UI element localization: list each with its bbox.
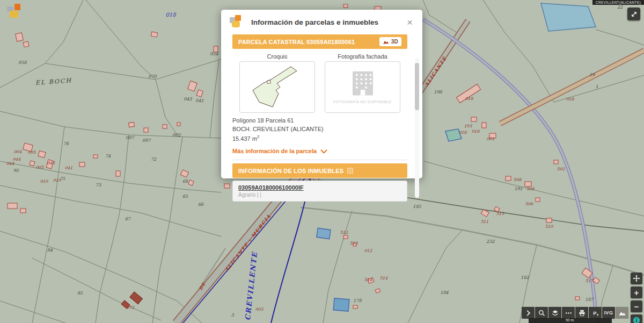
map-label: 018 <box>465 96 473 101</box>
pin-p-icon: P <box>591 309 599 317</box>
modal-scrollbar[interactable] <box>415 58 419 198</box>
modal-body: PARCELA CATASTRAL 03059A01800061 3D Croq… <box>221 34 422 202</box>
map-label: 045 <box>47 161 55 166</box>
search-button[interactable] <box>535 307 548 319</box>
map-label: 010 <box>40 179 48 184</box>
more-info-link[interactable]: Más información de la parcela <box>232 148 407 154</box>
map-label: 058 <box>18 60 26 65</box>
fullscreen-icon <box>630 10 638 18</box>
map-label: 19 <box>589 73 595 77</box>
ivg-button[interactable]: IVG <box>602 307 615 319</box>
map-label: 73 <box>96 183 101 188</box>
pan-button[interactable] <box>631 272 642 284</box>
map-label: 187 <box>585 297 593 302</box>
map-label: 513 <box>350 241 357 246</box>
map-label: 070 <box>148 74 156 79</box>
zoom-in-button[interactable]: + <box>631 286 642 298</box>
layers-button[interactable] <box>548 307 561 319</box>
building-icon <box>352 70 374 97</box>
map-label: 010 <box>53 178 61 183</box>
parcel-detail-line1: Polígono 18 Parcela 61 <box>232 117 407 125</box>
logo-yellow-square <box>10 11 18 18</box>
map-label: 041 <box>195 98 203 103</box>
map-label: 018 <box>459 130 466 135</box>
close-icon[interactable]: × <box>405 16 415 28</box>
map-viewer: 018EL BOCH058070054043041007007002957675… <box>0 0 644 323</box>
catastro-logo <box>6 3 21 19</box>
fullscreen-button[interactable] <box>627 8 640 20</box>
map-label: 514 <box>380 276 387 281</box>
parcel-area: 15.437 m2 <box>232 134 407 143</box>
measure-button[interactable] <box>562 307 575 319</box>
inmueble-card: 03059A018000610000IF Agrario | | <box>232 181 407 202</box>
map-controls: +− <box>631 272 642 323</box>
map-label: 511 <box>481 219 488 224</box>
scrollbar-thumb[interactable] <box>415 63 419 110</box>
map-label: 65 <box>182 194 188 199</box>
modal-header: Información de parcelas e inmuebles × <box>221 10 422 34</box>
map-label: 003 <box>255 307 263 312</box>
scale-label: 50 m. <box>566 319 574 322</box>
no-photo-label: FOTOGRAFÍA NO DISPONIBLE <box>333 100 392 104</box>
document-icon <box>347 168 353 174</box>
region-badge: CREVILLENT(ALICANTE) <box>592 0 644 5</box>
3d-icon <box>383 39 389 45</box>
expand-toolbar-button[interactable] <box>522 307 535 319</box>
layers-icon <box>551 309 559 317</box>
map-label: 018 <box>472 129 479 134</box>
magnifier-icon <box>538 309 546 317</box>
print-button[interactable] <box>575 307 588 319</box>
divider <box>232 160 407 160</box>
map-label: 22 <box>617 5 623 10</box>
mountain-icon <box>618 309 626 317</box>
map-label: 044 <box>6 161 14 166</box>
info-button[interactable] <box>631 314 642 323</box>
inmueble-ref-link[interactable]: 03059A018000610000IF <box>238 184 401 191</box>
zoom-out-button[interactable]: − <box>631 300 642 312</box>
move-icon <box>632 274 641 283</box>
modal-title: Información de parcelas e inmuebles <box>251 18 405 26</box>
map-label: 67 <box>125 217 130 221</box>
map-label: 005 <box>36 165 43 170</box>
ellipsis-icon <box>565 309 573 317</box>
map-label: 185 <box>413 204 421 209</box>
map-toolbar: PIVG <box>522 307 628 319</box>
fachada-label: Fotografía fachada <box>325 53 400 60</box>
parcel-icon-yellow <box>232 21 240 27</box>
map-label: 007 <box>126 135 134 140</box>
view-3d-button[interactable]: 3D <box>379 37 401 46</box>
map-label: 072 <box>127 305 134 310</box>
map-label: 512 <box>340 230 348 235</box>
map-label: 76 <box>63 141 69 146</box>
fachada-box: FOTOGRAFÍA NO DISPONIBLE <box>325 61 400 113</box>
map-label: 198 <box>434 90 442 95</box>
svg-text:P: P <box>593 310 596 315</box>
map-label: 3 <box>231 313 233 318</box>
zoom-out-button-label: − <box>634 302 639 311</box>
photo-panels: Croquis Fotografía fachada <box>232 53 407 113</box>
map-label: 1 <box>595 84 598 89</box>
map-label: 510 <box>545 224 553 229</box>
parcel-icon <box>230 15 244 30</box>
inmuebles-banner: INFORMACIÓN DE LOS INMUEBLES <box>232 163 407 178</box>
chevron-right-icon <box>524 309 532 317</box>
parcel-sketch <box>244 64 311 110</box>
croquis-box <box>239 61 315 113</box>
parcel-info-modal: Información de parcelas e inmuebles × PA… <box>221 10 422 178</box>
map-label: 84 <box>47 248 53 253</box>
parcel-banner: PARCELA CATASTRAL 03059A01800061 3D <box>232 34 407 49</box>
zoom-in-button-label: + <box>634 288 639 297</box>
terrain-3d-button[interactable] <box>616 307 628 319</box>
map-label: 85 <box>77 291 83 296</box>
scale-bar: 50 m. <box>529 318 612 323</box>
printer-icon <box>578 309 586 317</box>
chevron-down-icon <box>320 147 327 154</box>
parcel-banner-label: PARCELA CATASTRAL 03059A01800061 <box>238 39 355 45</box>
info-icon <box>632 316 641 323</box>
pin-button[interactable]: P <box>589 307 602 319</box>
map-label: 001 <box>487 137 494 141</box>
map-label: 002 <box>172 133 180 138</box>
map-label: 508 <box>514 177 521 182</box>
map-label: 74 <box>105 154 111 159</box>
map-label: 018 <box>165 12 175 18</box>
